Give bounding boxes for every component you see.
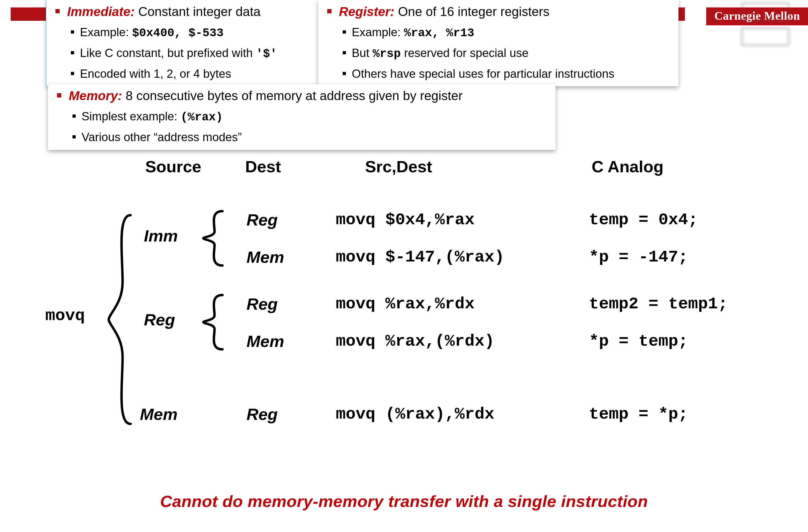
dest-reg-1: Reg	[246, 210, 278, 229]
bullet-code: (%rax)	[181, 111, 223, 124]
brace-imm-dest	[201, 209, 225, 268]
callout-heading: Immediate: Constant integer data Example…	[52, 2, 313, 83]
c-row-0: temp = 0x4;	[589, 210, 698, 229]
bullet-text: Example:	[352, 25, 404, 39]
bullet-text: Like C constant, but prefixed with	[80, 46, 256, 59]
bullet-text: Simplest example:	[81, 110, 181, 123]
bullet-text: Encoded with 1, 2, or 4 bytes	[80, 67, 231, 80]
callout-heading: Register: One of 16 integer registers Ex…	[324, 2, 673, 83]
bullet-code: $0x400, $-533	[132, 26, 224, 40]
callout-immediate: Immediate: Constant integer data Example…	[47, 0, 318, 86]
instr-label: movq	[45, 306, 85, 325]
bullet-item: Simplest example: (%rax)	[69, 107, 550, 127]
dest-reg-3: Reg	[246, 405, 278, 424]
bullet-item: But %rsp reserved for special use	[339, 43, 673, 64]
term-desc: One of 16 integer registers	[398, 4, 549, 19]
bullet-text: reserved for special use	[401, 46, 529, 59]
asm-row-1: movq $-147,(%rax)	[336, 248, 504, 267]
bullet-item: Example: %rax, %r13	[339, 22, 673, 43]
bullet-code: %rsp	[372, 47, 401, 60]
dest-reg-2: Reg	[246, 294, 278, 314]
bullet-text: But	[352, 46, 372, 59]
bullet-code: %rax, %r13	[404, 26, 474, 40]
bullet-item: Various other “address modes”	[69, 127, 550, 147]
bullet-text: Various other “address modes”	[81, 131, 242, 144]
c-row-1: *p = -147;	[589, 248, 688, 267]
asm-row-3: movq %rax,(%rdx)	[336, 332, 494, 351]
bullet-text: Example:	[80, 25, 132, 39]
term-immediate: Immediate:	[67, 4, 134, 19]
term-desc: Constant integer data	[138, 4, 261, 19]
bullet-item: Like C constant, but prefixed with '$'	[67, 43, 313, 64]
brace-reg-dest	[201, 293, 225, 352]
slide-root: Carnegie Mellon Immediate: Constant inte…	[0, 0, 808, 532]
header-srcdest: Src,Dest	[365, 157, 432, 176]
asm-row-2: movq %rax,%rdx	[336, 294, 475, 314]
brace-main	[107, 213, 133, 426]
src-reg: Reg	[144, 310, 175, 329]
asm-row-0: movq $0x4,%rax	[336, 210, 475, 229]
bullet-item: Others have special uses for particular …	[339, 64, 673, 84]
c-row-2: temp2 = temp1;	[589, 294, 728, 314]
bullet-item: Example: $0x400, $-533	[67, 22, 313, 43]
callout-register: Register: One of 16 integer registers Ex…	[318, 0, 679, 86]
dest-mem-2: Mem	[246, 332, 284, 351]
decorative-blurred-graphic	[741, 3, 789, 56]
term-desc: 8 consecutive bytes of memory at address…	[126, 89, 463, 103]
src-mem: Mem	[140, 405, 178, 424]
bullet-item: Encoded with 1, 2, or 4 bytes	[67, 64, 313, 84]
header-canalog: C Analog	[592, 157, 664, 176]
term-register: Register:	[339, 4, 394, 19]
term-memory: Memory:	[69, 89, 122, 103]
header-dest: Dest	[245, 157, 281, 176]
c-row-3: *p = temp;	[589, 332, 688, 351]
bullet-code: '$'	[256, 47, 277, 60]
footer-warning: Cannot do memory-memory transfer with a …	[0, 492, 808, 511]
callout-memory: Memory: 8 consecutive bytes of memory at…	[48, 84, 556, 150]
bullet-text: Others have special uses for particular …	[352, 67, 614, 80]
c-row-4: temp = *p;	[589, 405, 688, 424]
movq-diagram: movq Imm Reg Mem Reg Mem Reg Mem Reg mov…	[45, 208, 786, 453]
dest-mem-1: Mem	[246, 248, 284, 267]
callout-heading: Memory: 8 consecutive bytes of memory at…	[53, 86, 550, 147]
src-imm: Imm	[144, 226, 178, 245]
header-source: Source	[145, 157, 201, 176]
asm-row-4: movq (%rax),%rdx	[336, 405, 494, 424]
